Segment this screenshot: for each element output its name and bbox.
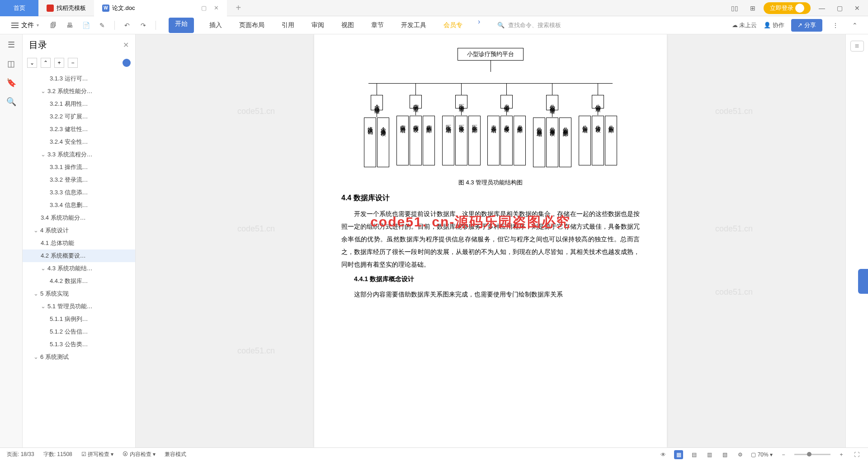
- collab-button[interactable]: 👤 协作: [764, 21, 784, 29]
- toc-item[interactable]: ⌄4.3 系统功能结…: [23, 262, 135, 275]
- close-button[interactable]: ✕: [851, 3, 863, 14]
- rail-bookmark-icon[interactable]: 🔖: [6, 78, 16, 88]
- toc-item[interactable]: 4.2 系统概要设…: [23, 249, 135, 262]
- view-outline-icon[interactable]: ▤: [689, 450, 698, 459]
- cloud-status[interactable]: ☁ 未上云: [732, 21, 757, 29]
- add-button[interactable]: +: [54, 58, 64, 68]
- rail-search-icon[interactable]: 🔍: [6, 97, 16, 107]
- maximize-button[interactable]: ▢: [833, 3, 846, 14]
- right-panel-toggle[interactable]: ≡: [850, 41, 864, 52]
- diagram-root: 小型诊疗预约平台: [458, 48, 524, 61]
- avatar-icon: [795, 4, 804, 13]
- content-check-button[interactable]: ⦿ 内容检查 ▾: [123, 451, 156, 458]
- view-web-icon[interactable]: ▥: [705, 450, 714, 459]
- toc-item[interactable]: ⌄4 系统设计: [23, 224, 135, 237]
- right-handle[interactable]: [858, 269, 868, 294]
- preview-icon[interactable]: 📄: [80, 19, 92, 32]
- print-icon[interactable]: 🖶: [63, 19, 76, 32]
- minimize-button[interactable]: —: [815, 3, 829, 14]
- person-icon: 👤: [764, 22, 771, 28]
- toc-item[interactable]: ⌄3.2 系统性能分…: [23, 85, 135, 98]
- tab-document[interactable]: W 论文.doc ▢ ✕: [94, 0, 227, 16]
- toc-item[interactable]: 3.4 系统功能分…: [23, 212, 135, 224]
- toc-item[interactable]: 5.1.1 病例列…: [23, 313, 135, 325]
- tab-view[interactable]: 视图: [340, 18, 356, 33]
- zoom-slider[interactable]: [794, 454, 830, 455]
- format-icon[interactable]: ✎: [96, 19, 108, 32]
- search-icon: 🔍: [497, 22, 505, 28]
- tab-section[interactable]: 章节: [369, 18, 386, 33]
- toc-item[interactable]: 3.2.2 可扩展…: [23, 110, 135, 123]
- toc-item[interactable]: 3.3.1 操作流…: [23, 161, 135, 174]
- tab-window-icon[interactable]: ▢: [201, 5, 207, 11]
- settings-icon[interactable]: ⚙: [736, 450, 745, 459]
- toc-item[interactable]: 3.2.1 易用性…: [23, 98, 135, 110]
- login-button[interactable]: 立即登录: [764, 2, 811, 14]
- toc-item[interactable]: 4.4.2 数据库…: [23, 275, 135, 287]
- page-indicator[interactable]: 页面: 18/33: [7, 451, 34, 458]
- tab-template[interactable]: 找稻壳模板: [38, 0, 94, 16]
- zoom-out-button[interactable]: −: [779, 450, 788, 459]
- close-panel-icon[interactable]: ✕: [123, 41, 129, 49]
- fullscreen-icon[interactable]: ⛶: [852, 450, 861, 459]
- paragraph: 这部分内容需要借助数据库关系图来完成，也需要使用专门绘制数据库关系: [341, 288, 640, 301]
- eye-icon[interactable]: 👁: [659, 450, 668, 459]
- document-area[interactable]: 小型诊疗预约平台 个人信息管理修改密码个人信息修改病例管理病例新增病例修改病例删…: [136, 34, 845, 447]
- layout-icon[interactable]: ▯▯: [727, 3, 742, 14]
- login-label: 立即登录: [770, 4, 793, 12]
- rail-nav-icon[interactable]: ◫: [6, 59, 16, 69]
- collapse-icon[interactable]: ⌃: [849, 19, 861, 32]
- save-icon[interactable]: 🗐: [47, 19, 60, 32]
- tab-insert[interactable]: 插入: [208, 18, 224, 33]
- zoom-level[interactable]: ▢ 70% ▾: [751, 452, 773, 458]
- collapse-all-button[interactable]: ⌄: [27, 58, 37, 68]
- more-icon[interactable]: ⋮: [829, 19, 842, 32]
- toc-item[interactable]: ⌄6 系统测试: [23, 351, 135, 363]
- toc-item[interactable]: ⌄5.1 管理员功能…: [23, 300, 135, 313]
- toc-item[interactable]: 5.1.3 公告类…: [23, 338, 135, 351]
- toc-item[interactable]: 3.3.2 登录流…: [23, 174, 135, 186]
- compat-mode[interactable]: 兼容模式: [165, 451, 186, 458]
- new-tab-button[interactable]: +: [236, 3, 241, 13]
- search-input[interactable]: 🔍 查找命令、搜索模板: [497, 21, 561, 29]
- tab-review[interactable]: 审阅: [310, 18, 326, 33]
- word-count[interactable]: 字数: 11508: [43, 451, 72, 458]
- toc-item[interactable]: 3.1.3 运行可…: [23, 72, 135, 85]
- tab-start[interactable]: 开始: [169, 18, 194, 33]
- toc-item[interactable]: 3.2.3 健壮性…: [23, 123, 135, 136]
- tab-layout[interactable]: 页面布局: [237, 18, 266, 33]
- toc-item[interactable]: 3.3.4 信息删…: [23, 199, 135, 212]
- expand-all-button[interactable]: ⌃: [41, 58, 51, 68]
- tab-dev[interactable]: 开发工具: [399, 18, 428, 33]
- view-read-icon[interactable]: ▧: [720, 450, 729, 459]
- zoom-in-button[interactable]: +: [837, 450, 846, 459]
- toc-item[interactable]: ⌄5 系统实现: [23, 287, 135, 300]
- document-page: 小型诊疗预约平台 个人信息管理修改密码个人信息修改病例管理病例新增病例修改病例删…: [314, 34, 667, 447]
- home-tab[interactable]: 首页: [0, 0, 38, 16]
- rail-outline-icon[interactable]: ☰: [6, 40, 16, 50]
- redo-button[interactable]: ↷: [137, 19, 150, 32]
- close-icon[interactable]: ✕: [214, 5, 219, 11]
- paragraph: 开发一个系统也需要提前设计数据库。这里的数据库是相关数据的集合，存储在一起的这些…: [341, 207, 640, 271]
- heading-441: 4.4.1 数据库概念设计: [341, 275, 640, 283]
- undo-button[interactable]: ↶: [121, 19, 133, 32]
- toc-item[interactable]: 3.2.4 安全性…: [23, 136, 135, 148]
- toc-item[interactable]: 3.3.3 信息添…: [23, 186, 135, 199]
- share-button[interactable]: ↗ 分享: [791, 19, 822, 32]
- view-page-icon[interactable]: ▦: [674, 450, 683, 459]
- outline-title: 目录: [29, 39, 47, 51]
- chevron-right-icon[interactable]: ›: [478, 18, 480, 33]
- file-menu[interactable]: 文件 ▾: [7, 19, 43, 32]
- figure-caption: 图 4.3 管理员功能结构图: [341, 179, 640, 187]
- toc-item[interactable]: ⌄3.3 系统流程分…: [23, 148, 135, 161]
- spellcheck-button[interactable]: ☑ 拼写检查 ▾: [81, 451, 114, 458]
- toc-item[interactable]: 4.1 总体功能: [23, 237, 135, 249]
- menu-tabs: 开始 插入 页面布局 引用 审阅 视图 章节 开发工具 会员专 ›: [169, 18, 480, 33]
- sync-indicator[interactable]: [123, 59, 131, 67]
- tab-vip[interactable]: 会员专: [442, 18, 464, 33]
- hamburger-icon: [11, 23, 19, 28]
- apps-icon[interactable]: ⊞: [746, 3, 759, 14]
- tab-ref[interactable]: 引用: [280, 18, 296, 33]
- toc-item[interactable]: 5.1.2 公告信…: [23, 325, 135, 338]
- remove-button[interactable]: −: [68, 58, 78, 68]
